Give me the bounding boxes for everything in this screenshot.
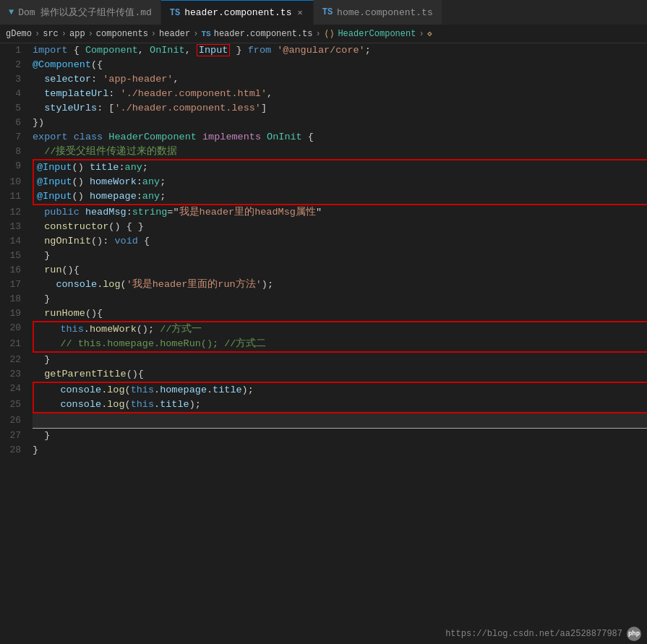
line-num-20: 20 (0, 321, 33, 335)
line-num-14: 14 (0, 234, 33, 249)
line-num-17: 17 (0, 278, 33, 292)
breadcrumb-classname: HeaderComponent (338, 29, 416, 39)
code-line-1: 1 import { Component, OnInit, Input } fr… (0, 43, 647, 58)
code-line-27: 27 } (0, 429, 647, 443)
code-content-16: run(){ (33, 263, 647, 278)
code-line-17: 17 console.log('我是header里面的run方法'); (0, 278, 647, 292)
breadcrumb-part-header: header (159, 29, 190, 39)
breadcrumb-sep-6: › (316, 29, 321, 39)
line-num-12: 12 (0, 205, 33, 220)
code-line-12: 12 public headMsg:string="我是header里的head… (0, 205, 647, 220)
code-content-1: import { Component, OnInit, Input } from… (33, 43, 647, 58)
code-content-17: console.log('我是header里面的run方法'); (33, 278, 647, 292)
line-num-26: 26 (0, 413, 33, 428)
code-line-28: 28 } (0, 443, 647, 458)
csdn-url: https://blog.csdn.net/aa2528877987 (445, 629, 622, 639)
tab-home-ts[interactable]: TS home.component.ts (314, 0, 442, 25)
line-num-4: 4 (0, 87, 33, 101)
code-content-24: console.log(this.homepage.title); (33, 382, 647, 398)
breadcrumb-sep-4: › (151, 29, 156, 39)
line-num-10: 10 (0, 175, 33, 189)
code-line-9: 9 @Input() title:any; (0, 159, 647, 175)
tab-md-label: Dom 操作以及父子组件传值.md (18, 6, 152, 19)
code-line-22: 22 } (0, 353, 647, 367)
line-num-13: 13 (0, 220, 33, 234)
breadcrumb-sep-7: › (419, 29, 424, 39)
tab-md[interactable]: ▼ Dom 操作以及父子组件传值.md (0, 0, 161, 25)
code-line-23: 23 getParentTitle(){ (0, 367, 647, 382)
breadcrumb-part-components: components (96, 29, 148, 39)
breadcrumb-ts-icon: TS (201, 30, 210, 38)
breadcrumb-sep-3: › (88, 29, 93, 39)
line-num-8: 8 (0, 145, 33, 159)
tab-home-label: home.component.ts (337, 7, 433, 18)
tab-header-ts[interactable]: TS header.component.ts ✕ (161, 0, 314, 25)
line-num-1: 1 (0, 43, 33, 58)
line-num-21: 21 (0, 337, 33, 351)
code-line-4: 4 templateUrl: './header.component.html'… (0, 87, 647, 101)
code-line-26: 26 (0, 413, 647, 429)
code-content-15: } (33, 249, 647, 263)
code-content-10: @Input() homeWork:any; (33, 175, 647, 189)
code-line-24: 24 console.log(this.homepage.title); (0, 382, 647, 398)
code-content-5: styleUrls: ['./header.component.less'] (33, 101, 647, 116)
breadcrumb-sep-1: › (35, 29, 40, 39)
code-content-22: } (33, 353, 647, 367)
code-content-14: ngOnInit(): void { (33, 234, 647, 249)
line-num-19: 19 (0, 306, 33, 321)
code-line-7: 7 export class HeaderComponent implement… (0, 130, 647, 145)
code-line-21: 21 // this.homepage.homeRun(); //方式二 (0, 337, 647, 353)
line-num-23: 23 (0, 367, 33, 382)
bottom-bar: https://blog.csdn.net/aa2528877987 php (440, 624, 647, 644)
code-line-3: 3 selector: 'app-header', (0, 72, 647, 87)
code-line-18: 18 } (0, 292, 647, 306)
code-line-5: 5 styleUrls: ['./header.component.less'] (0, 101, 647, 116)
code-line-13: 13 constructor() { } (0, 220, 647, 234)
code-content-13: constructor() { } (33, 220, 647, 234)
line-num-2: 2 (0, 58, 33, 72)
breadcrumb-filename: header.component.ts (214, 29, 313, 39)
code-content-28: } (33, 443, 647, 458)
code-content-9: @Input() title:any; (33, 159, 647, 175)
code-content-23: getParentTitle(){ (33, 367, 647, 382)
ts-icon-home: TS (322, 7, 333, 17)
line-num-18: 18 (0, 292, 33, 306)
code-line-20: 20 this.homeWork(); //方式一 (0, 321, 647, 337)
tab-header-label: header.component.ts (184, 7, 291, 18)
code-content-12: public headMsg:string="我是header里的headMsg… (33, 205, 647, 220)
line-num-3: 3 (0, 72, 33, 87)
code-content-2: @Component({ (33, 58, 647, 72)
code-line-2: 2 @Component({ (0, 58, 647, 72)
code-area: 1 import { Component, OnInit, Input } fr… (0, 43, 647, 458)
code-content-4: templateUrl: './header.component.html', (33, 87, 647, 101)
line-num-16: 16 (0, 263, 33, 278)
code-content-11: @Input() homepage:any; (33, 189, 647, 205)
code-content-18: } (33, 292, 647, 306)
code-line-16: 16 run(){ (0, 263, 647, 278)
line-num-15: 15 (0, 249, 33, 263)
code-line-6: 6 }) (0, 116, 647, 130)
line-num-27: 27 (0, 429, 33, 443)
breadcrumb-part-demo: gDemo (6, 29, 32, 39)
code-content-8: //接受父组件传递过来的数据 (33, 145, 647, 159)
php-badge: php (627, 627, 641, 641)
line-num-25: 25 (0, 398, 33, 412)
code-content-21: // this.homepage.homeRun(); //方式二 (33, 337, 647, 353)
line-num-24: 24 (0, 382, 33, 396)
breadcrumb-sep-5: › (193, 29, 198, 39)
code-content-26 (33, 413, 647, 429)
breadcrumb-part-src: src (43, 29, 59, 39)
code-content-27: } (33, 429, 647, 443)
close-icon[interactable]: ✕ (296, 6, 304, 20)
code-content-20: this.homeWork(); //方式一 (33, 321, 647, 337)
line-num-5: 5 (0, 101, 33, 116)
line-num-9: 9 (0, 159, 33, 173)
code-line-10: 10 @Input() homeWork:any; (0, 175, 647, 189)
md-icon: ▼ (9, 7, 14, 17)
breadcrumb-sep-2: › (61, 29, 67, 39)
code-content-7: export class HeaderComponent implements … (33, 130, 647, 145)
code-line-14: 14 ngOnInit(): void { (0, 234, 647, 249)
breadcrumb-icon-class: ⟨⟩ (324, 28, 335, 40)
code-line-25: 25 console.log(this.title); (0, 398, 647, 413)
breadcrumb-icon-end: ⋄ (427, 28, 433, 40)
